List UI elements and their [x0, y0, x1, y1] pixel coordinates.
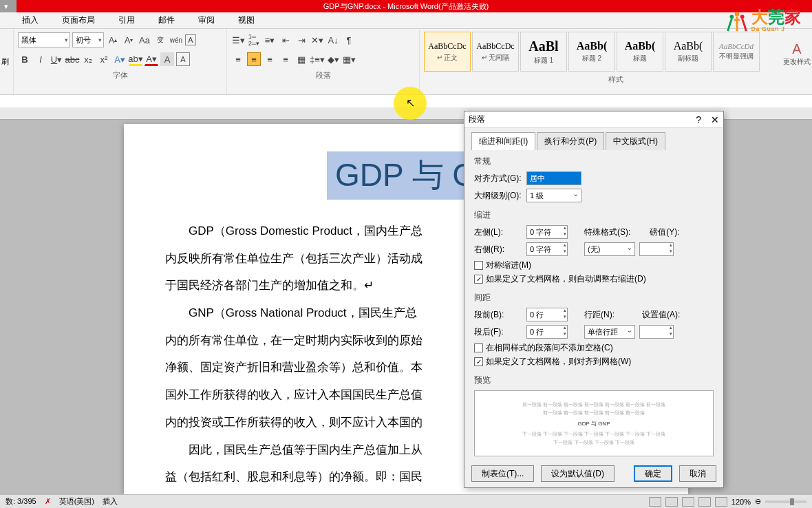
distribute-icon[interactable]: ▦	[295, 52, 308, 66]
proofing-icon[interactable]: ✗	[45, 497, 51, 506]
style-title[interactable]: AaBb(标题	[617, 32, 663, 72]
clear-format-icon[interactable]: wén	[169, 33, 183, 47]
indent-right-spinner[interactable]: 0 字符	[526, 242, 568, 256]
char-shading-icon[interactable]: A	[160, 52, 174, 66]
menu-view[interactable]: 视图	[238, 14, 255, 26]
text-effects-icon[interactable]: A▾	[113, 52, 127, 66]
before-spinner[interactable]: 0 行	[526, 308, 568, 321]
section-preview: 预览	[474, 374, 714, 386]
at-spinner[interactable]	[639, 325, 674, 339]
outline-combo[interactable]: 1 级	[526, 189, 581, 202]
tab-indent-spacing[interactable]: 缩进和间距(I)	[471, 132, 535, 150]
title-bar: ▾ GDP与GNP.docx - Microsoft Word(产品激活失败)	[0, 0, 812, 12]
increase-indent-icon[interactable]: ⇥	[295, 33, 308, 47]
grid-indent-checkbox[interactable]: ✓	[474, 275, 483, 284]
align-center-icon[interactable]: ≡	[247, 52, 261, 66]
indent-left-label: 左侧(L):	[474, 226, 522, 238]
style-subtitle[interactable]: AaBb(副标题	[665, 32, 712, 72]
ok-button[interactable]: 确定	[634, 465, 672, 482]
align-left-icon[interactable]: ≡	[231, 52, 245, 66]
style-heading2[interactable]: AaBb(标题 2	[568, 32, 615, 72]
page-count[interactable]: 数: 3/395	[6, 496, 36, 507]
outline-view[interactable]	[698, 497, 711, 507]
tab-line-breaks[interactable]: 换行和分页(P)	[537, 132, 604, 150]
cursor-highlight	[394, 87, 427, 120]
char-border-icon[interactable]: A	[176, 52, 190, 66]
asian-layout-icon[interactable]: ✕▾	[310, 33, 324, 47]
borders-icon[interactable]: ▦▾	[342, 52, 356, 66]
font-size-combo[interactable]: 初号	[72, 32, 104, 47]
strikethrough-icon[interactable]: abc	[65, 52, 79, 66]
italic-icon[interactable]: I	[34, 52, 47, 66]
web-view[interactable]	[682, 497, 694, 507]
svg-point-0	[729, 14, 734, 19]
paragraph-dialog: 段落 ? ✕ 缩进和间距(I) 换行和分页(P) 中文版式(H) 常规 对齐方式…	[464, 111, 724, 488]
bullets-icon[interactable]: ☰▾	[231, 33, 245, 47]
underline-icon[interactable]: U▾	[50, 52, 63, 66]
special-combo[interactable]: (无)	[584, 242, 635, 256]
bold-icon[interactable]: B	[18, 52, 32, 66]
line-spacing-icon[interactable]: ‡≡▾	[310, 52, 324, 66]
ribbon: 刷 黑体 初号 A▴ A▾ Aa 变 wén A B I U▾ abc x₂ x…	[0, 29, 812, 95]
style-normal[interactable]: AaBbCcDc↵ 正文	[424, 32, 471, 72]
numbering-icon[interactable]: 1═2═▾	[247, 33, 261, 47]
enclose-char-icon[interactable]: A	[185, 34, 196, 45]
menu-mailings[interactable]: 邮件	[158, 14, 175, 26]
zoom-out-icon[interactable]: ⊖	[755, 497, 761, 506]
menu-review[interactable]: 审阅	[198, 14, 215, 26]
change-case-icon[interactable]: Aa	[138, 33, 151, 47]
menu-references[interactable]: 引用	[118, 14, 135, 26]
menu-insert[interactable]: 插入	[22, 14, 39, 26]
by-spinner[interactable]	[639, 242, 674, 256]
default-button[interactable]: 设为默认值(D)	[541, 465, 615, 482]
superscript-icon[interactable]: x²	[97, 52, 111, 66]
font-name-combo[interactable]: 黑体	[18, 32, 70, 47]
format-painter[interactable]: 刷	[0, 29, 14, 94]
change-styles-button[interactable]: A 更改样式	[783, 41, 811, 67]
language[interactable]: 英语(美国)	[59, 496, 94, 507]
highlight-icon[interactable]: ab▾	[129, 52, 142, 66]
font-color-icon[interactable]: A▾	[145, 52, 158, 66]
decrease-indent-icon[interactable]: ⇤	[279, 33, 292, 47]
multilevel-icon[interactable]: ≡▾	[263, 33, 277, 47]
reading-view[interactable]	[665, 497, 678, 507]
zoom-slider[interactable]	[765, 500, 806, 503]
insert-mode[interactable]: 插入	[103, 496, 118, 507]
tabs-button[interactable]: 制表位(T)...	[471, 465, 534, 482]
shrink-font-icon[interactable]: A▾	[122, 33, 136, 47]
tab-asian[interactable]: 中文版式(H)	[606, 132, 665, 150]
show-marks-icon[interactable]: ¶	[342, 33, 356, 47]
qat-icon[interactable]: ▾	[4, 2, 12, 10]
after-spinner[interactable]: 0 行	[526, 325, 568, 339]
indent-left-spinner[interactable]: 0 字符	[526, 225, 568, 239]
grow-font-icon[interactable]: A▴	[106, 33, 120, 47]
line-combo[interactable]: 单倍行距	[584, 325, 635, 339]
shading-icon[interactable]: ◆▾	[326, 52, 340, 66]
align-right-icon[interactable]: ≡	[263, 52, 277, 66]
dialog-titlebar[interactable]: 段落 ? ✕	[464, 112, 723, 128]
paragraph-group: ☰▾ 1═2═▾ ≡▾ ⇤ ⇥ ✕▾ A↓ ¶ ≡ ≡ ≡ ≡ ▦ ‡≡▾ ◆▾…	[227, 29, 420, 94]
phonetic-icon[interactable]: 变	[153, 33, 167, 47]
style-nospacing[interactable]: AaBbCcDc↵ 无间隔	[472, 32, 519, 72]
menu-layout[interactable]: 页面布局	[62, 14, 95, 26]
sort-icon[interactable]: A↓	[326, 33, 340, 47]
same-style-checkbox[interactable]	[474, 343, 483, 352]
mirror-checkbox[interactable]	[474, 261, 483, 270]
print-layout-view[interactable]	[649, 497, 661, 507]
document-title: GDP 与 G	[327, 151, 485, 200]
line-label: 行距(N):	[584, 309, 615, 321]
grid-spacing-checkbox[interactable]: ✓	[474, 357, 483, 366]
help-icon[interactable]: ?	[696, 114, 701, 125]
outline-label: 大纲级别(O):	[474, 190, 522, 202]
quick-access-toolbar: ▾	[0, 0, 17, 12]
draft-view[interactable]	[715, 497, 727, 507]
justify-icon[interactable]: ≡	[279, 52, 292, 66]
zoom-level[interactable]: 120%	[731, 498, 751, 506]
close-icon[interactable]: ✕	[711, 114, 719, 125]
align-combo[interactable]: 居中	[526, 171, 581, 185]
at-label: 设置值(A):	[642, 309, 680, 321]
indent-right-label: 右侧(R):	[474, 244, 522, 255]
style-heading1[interactable]: AaBl标题 1	[520, 32, 567, 72]
subscript-icon[interactable]: x₂	[81, 52, 95, 66]
cancel-button[interactable]: 取消	[679, 465, 716, 482]
